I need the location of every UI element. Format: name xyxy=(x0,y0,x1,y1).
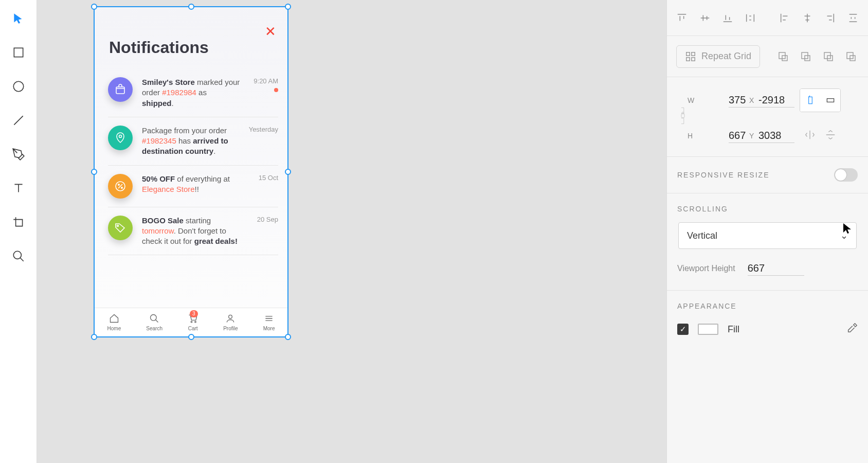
chevron-down-icon: ⌄ xyxy=(840,230,848,241)
x-input[interactable] xyxy=(758,93,794,108)
height-label: H xyxy=(688,132,729,140)
distribute-vertical[interactable] xyxy=(745,11,756,25)
fill-label: Fill xyxy=(728,324,739,335)
flip-group xyxy=(800,129,841,143)
text-tool[interactable] xyxy=(10,180,27,197)
resize-handle[interactable] xyxy=(188,334,194,340)
svg-rect-22 xyxy=(827,56,833,61)
bool-exclude[interactable] xyxy=(843,49,859,64)
align-left[interactable] xyxy=(779,11,790,25)
pen-tool[interactable] xyxy=(10,146,27,163)
align-right[interactable] xyxy=(824,11,836,25)
y-input[interactable] xyxy=(758,129,794,143)
svg-rect-18 xyxy=(782,56,787,61)
align-hcenter[interactable] xyxy=(802,11,813,25)
selection-outline xyxy=(94,6,288,337)
tool-rail xyxy=(0,0,37,463)
portrait-button[interactable] xyxy=(800,89,820,112)
svg-rect-0 xyxy=(14,48,23,57)
scrolling-block: SCROLLING Vertical ⌄ Viewport Height xyxy=(667,193,868,291)
responsive-toggle[interactable] xyxy=(834,168,858,182)
select-tool[interactable] xyxy=(10,10,27,27)
transform-block: W X H Y xyxy=(667,77,868,157)
canvas[interactable]: ✕ Notifications Smiley's Store marked yo… xyxy=(37,0,666,463)
ellipse-tool[interactable] xyxy=(10,78,27,95)
align-bottom[interactable] xyxy=(722,11,733,25)
resize-handle[interactable] xyxy=(91,169,97,175)
repeat-grid-button[interactable]: Repeat Grid xyxy=(676,45,760,68)
rectangle-tool[interactable] xyxy=(10,44,27,61)
repeat-row: Repeat Grid xyxy=(667,36,868,77)
distribute-horizontal[interactable] xyxy=(847,11,859,25)
resize-handle[interactable] xyxy=(285,169,291,175)
viewport-height-label: Viewport Height xyxy=(677,264,735,273)
svg-rect-26 xyxy=(808,97,812,103)
viewport-height-input[interactable] xyxy=(748,261,804,276)
resize-handle[interactable] xyxy=(285,334,291,340)
eyedropper-icon[interactable] xyxy=(846,323,858,336)
scrolling-title: SCROLLING xyxy=(677,193,858,213)
resize-handle[interactable] xyxy=(285,4,291,10)
width-label: W xyxy=(688,96,729,104)
responsive-row: RESPONSIVE RESIZE xyxy=(667,157,868,193)
appearance-block: APPEARANCE ✓ Fill xyxy=(667,291,868,350)
resize-handle[interactable] xyxy=(188,4,194,10)
svg-point-2 xyxy=(13,251,21,259)
svg-rect-25 xyxy=(681,114,684,117)
appearance-title: APPEARANCE xyxy=(677,291,858,323)
svg-rect-13 xyxy=(686,52,690,55)
repeat-grid-label: Repeat Grid xyxy=(701,51,751,62)
svg-point-1 xyxy=(13,81,24,92)
align-top[interactable] xyxy=(676,11,688,25)
artboard-tool[interactable] xyxy=(10,214,27,230)
align-row xyxy=(667,0,868,36)
align-vmiddle[interactable] xyxy=(699,11,710,25)
scroll-mode-value: Vertical xyxy=(687,230,717,241)
responsive-title: RESPONSIVE RESIZE xyxy=(677,171,769,179)
fill-swatch[interactable] xyxy=(698,324,718,335)
fill-checkbox[interactable]: ✓ xyxy=(677,324,689,335)
bool-intersect[interactable] xyxy=(821,49,836,64)
svg-rect-27 xyxy=(827,99,834,102)
inspector-panel: Repeat Grid W X H Y RESPONSIVE RESIZE SC… xyxy=(666,0,868,463)
flip-horizontal[interactable] xyxy=(804,129,816,143)
resize-handle[interactable] xyxy=(91,4,97,10)
orientation-group xyxy=(800,88,841,112)
bool-add[interactable] xyxy=(775,49,791,64)
line-tool[interactable] xyxy=(10,112,27,129)
lock-aspect[interactable] xyxy=(678,99,688,132)
x-label: X xyxy=(749,96,758,104)
svg-rect-15 xyxy=(686,57,690,60)
flip-vertical[interactable] xyxy=(825,129,836,143)
zoom-tool[interactable] xyxy=(10,248,27,264)
scroll-mode-select[interactable]: Vertical ⌄ xyxy=(678,222,857,249)
svg-rect-14 xyxy=(692,52,695,55)
svg-rect-24 xyxy=(850,56,855,61)
artboard-selection[interactable]: ✕ Notifications Smiley's Store marked yo… xyxy=(95,7,287,336)
svg-rect-20 xyxy=(805,56,810,61)
svg-rect-16 xyxy=(692,57,695,60)
y-label: Y xyxy=(749,132,758,140)
bool-subtract[interactable] xyxy=(798,49,813,64)
resize-handle[interactable] xyxy=(91,334,97,340)
landscape-button[interactable] xyxy=(820,89,840,112)
